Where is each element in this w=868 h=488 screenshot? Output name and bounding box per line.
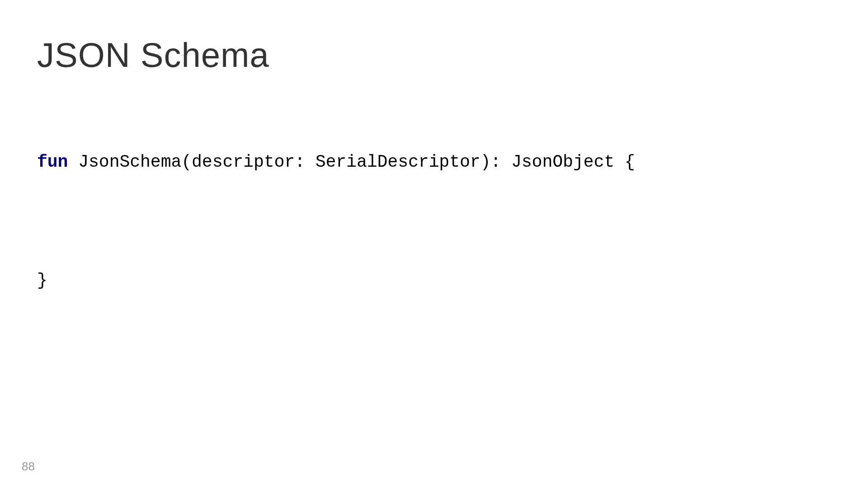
code-line-1-rest: JsonSchema(descriptor: SerialDescriptor)… [68,152,635,172]
code-block: fun JsonSchema(descriptor: SerialDescrip… [37,142,635,300]
slide-title: JSON Schema [37,35,269,75]
code-line-4: } [37,271,47,290]
page-number: 88 [22,460,35,474]
keyword-fun: fun [37,152,68,172]
